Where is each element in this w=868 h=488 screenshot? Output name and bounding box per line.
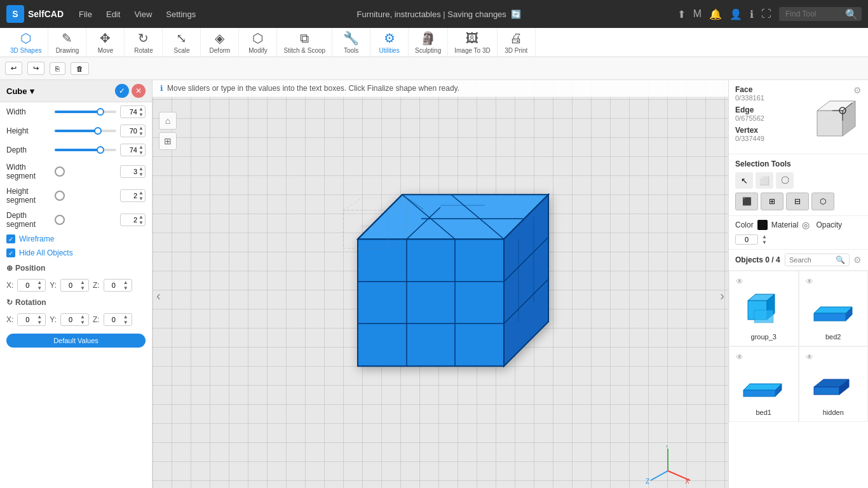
hide-all-checkbox[interactable]: ✓ [6, 248, 15, 257]
rot-z-input[interactable] [104, 315, 123, 325]
menu-settings[interactable]: Settings [161, 7, 201, 22]
toolbar-3d-shapes[interactable]: ⬡ 3D Shapes [4, 28, 48, 57]
sel-tool-arrow[interactable]: ↖ [735, 172, 753, 189]
depth-slider[interactable] [55, 149, 116, 151]
3d-print-icon: 🖨 [510, 31, 522, 46]
object-group3[interactable]: 👁 group_3 [729, 271, 799, 346]
rx-arrows[interactable]: ▲▼ [37, 314, 42, 325]
menu-file[interactable]: File [74, 7, 97, 22]
confirm-button[interactable]: ✓ [115, 84, 129, 98]
opacity-input[interactable] [735, 234, 758, 245]
eye-icon-group3[interactable]: 👁 [735, 276, 745, 287]
default-values-button[interactable]: Default Values [6, 334, 146, 348]
object-bed1[interactable]: 👁 bed1 [729, 346, 799, 422]
info-bar-icon: ℹ [160, 84, 163, 93]
eye-icon-bed2[interactable]: 👁 [804, 276, 815, 287]
toolbar-sculpting[interactable]: 🗿 Sculpting [409, 28, 448, 57]
pos-z-label: Z: [93, 281, 100, 290]
fullscreen-icon[interactable]: ⛶ [761, 8, 771, 20]
ghost-svg: PRINT [337, 198, 419, 261]
width-slider[interactable] [55, 111, 116, 113]
color-swatch[interactable] [757, 220, 768, 230]
width-thumb[interactable] [97, 108, 104, 116]
toolbar-rotate[interactable]: ↻ Rotate [125, 28, 163, 57]
pz-arrows[interactable]: ▲▼ [123, 280, 128, 291]
pos-z-input[interactable] [104, 280, 123, 290]
depth-segment-input[interactable] [121, 215, 139, 224]
delete-button[interactable]: 🗑 [71, 62, 89, 75]
toolbar-image-to-3d[interactable]: 🖼 Image To 3D [448, 28, 498, 57]
copy-button[interactable]: ⎘ [50, 62, 65, 75]
hide-all-row[interactable]: ✓ Hide All Objects [0, 246, 152, 260]
ws-arrows[interactable]: ▲▼ [139, 166, 144, 177]
toolbar-utilities[interactable]: ⚙ Utilities [370, 28, 409, 57]
mode-vertex[interactable]: ⊟ [786, 193, 809, 210]
selection-mode-icons: ⬛ ⊞ ⊟ ⬡ [735, 193, 862, 210]
share-icon[interactable]: ⬆ [677, 8, 686, 20]
toolbar-move[interactable]: ✥ Move [86, 28, 125, 57]
project-info: Furniture, instructables | Saving change… [205, 10, 673, 19]
bed2-name: bed2 [825, 333, 841, 341]
mode-edge[interactable]: ⊞ [761, 193, 783, 210]
redo-button[interactable]: ↪ [27, 62, 44, 75]
menu-view[interactable]: View [129, 7, 157, 22]
search-input[interactable] [789, 256, 834, 264]
wireframe-row[interactable]: ✓ Wireframe [0, 232, 152, 246]
menu-edit[interactable]: Edit [101, 7, 125, 22]
pos-y-input[interactable] [61, 280, 80, 290]
height-input[interactable] [121, 126, 139, 135]
toolbar-stitch[interactable]: ⧉ Stitch & Scoop [277, 28, 332, 57]
material-icon[interactable]: ◎ [802, 220, 810, 230]
toolbar-drawing[interactable]: ✎ Drawing [48, 28, 86, 57]
width-input[interactable] [121, 107, 139, 116]
objects-count: 0 / 4 [765, 255, 780, 264]
objects-gear-icon[interactable]: ⚙ [853, 255, 862, 265]
width-arrows[interactable]: ▲▼ [139, 106, 144, 118]
undo-button[interactable]: ↩ [5, 62, 22, 75]
user-icon[interactable]: 👤 [729, 8, 742, 20]
wireframe-checkbox[interactable]: ✓ [6, 234, 15, 243]
depth-arrows[interactable]: ▲▼ [139, 144, 144, 156]
object-hidden[interactable]: 👁 hidden [799, 346, 869, 422]
toolbar-deform[interactable]: ◈ Deform [201, 28, 239, 57]
height-arrows[interactable]: ▲▼ [139, 125, 144, 137]
toolbar-scale[interactable]: ⤡ Scale [163, 28, 201, 57]
depth-input[interactable] [121, 146, 139, 154]
toolbar-tools[interactable]: 🔧 Tools [332, 28, 370, 57]
grid-canvas-icon[interactable]: ⊞ [159, 132, 177, 150]
ds-arrows[interactable]: ▲▼ [139, 214, 144, 226]
mail-icon[interactable]: M [693, 8, 702, 20]
toolbar-3d-print[interactable]: 🖨 3D Print [498, 28, 536, 57]
canvas-nav-right[interactable]: › [720, 288, 724, 303]
rot-y-input[interactable] [61, 315, 80, 325]
toolbar-modify[interactable]: ⬡ Modify [239, 28, 277, 57]
pos-x-input[interactable] [18, 280, 37, 290]
object-bed2[interactable]: 👁 bed2 [799, 271, 869, 346]
mode-object[interactable]: ⬡ [811, 193, 834, 210]
canvas-nav-left[interactable]: ‹ [156, 288, 161, 303]
rz-arrows[interactable]: ▲▼ [123, 314, 128, 325]
height-thumb[interactable] [94, 127, 102, 135]
width-segment-input[interactable] [121, 167, 139, 176]
info-icon[interactable]: ℹ [750, 8, 754, 20]
height-slider[interactable] [55, 130, 116, 132]
py-arrows[interactable]: ▲▼ [80, 280, 85, 291]
rot-x-input[interactable] [18, 315, 37, 325]
depth-thumb[interactable] [97, 146, 104, 154]
height-segment-input[interactable] [121, 191, 139, 200]
home-canvas-icon[interactable]: ⌂ [159, 112, 177, 130]
hs-arrows[interactable]: ▲▼ [139, 190, 144, 201]
panel-dropdown-icon[interactable]: ▾ [30, 86, 34, 96]
close-button[interactable]: ✕ [132, 84, 146, 98]
mesh-gear-icon[interactable]: ⚙ [853, 85, 862, 95]
eye-icon-hidden[interactable]: 👁 [804, 352, 815, 362]
mode-face[interactable]: ⬛ [735, 193, 758, 210]
px-arrows[interactable]: ▲▼ [37, 280, 42, 291]
position-label: Position [15, 264, 45, 273]
eye-icon-bed1[interactable]: 👁 [735, 352, 745, 362]
opacity-arrows[interactable]: ▲▼ [762, 234, 767, 245]
bell-icon[interactable]: 🔔 [709, 8, 722, 20]
sel-tool-lasso[interactable]: 〇 [776, 172, 794, 189]
ry-arrows[interactable]: ▲▼ [80, 314, 85, 325]
sel-tool-box[interactable]: ⬜ [756, 172, 773, 189]
